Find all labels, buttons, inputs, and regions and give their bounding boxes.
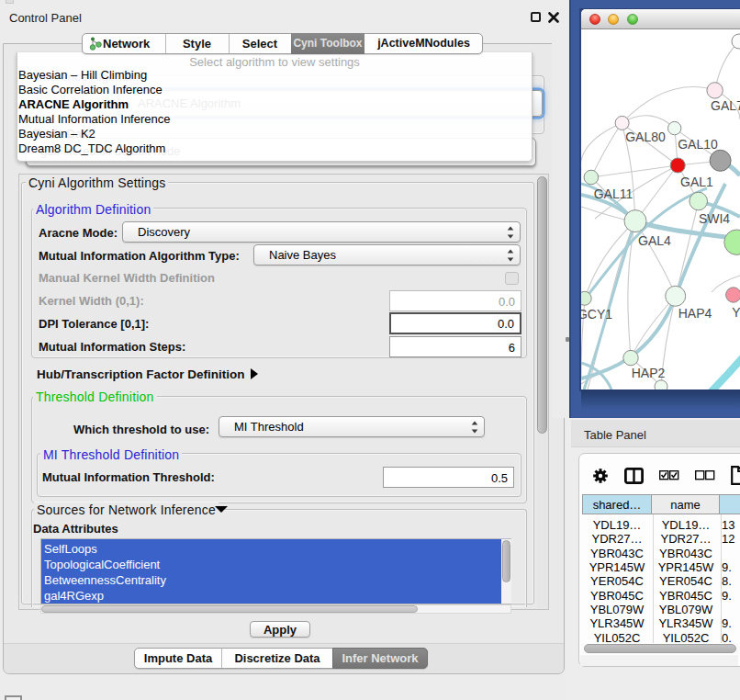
svg-text:GCY1: GCY1 [581, 307, 612, 322]
svg-text:Y: Y [732, 305, 740, 320]
svg-text:HAP4: HAP4 [678, 306, 712, 321]
svg-text:SWI4: SWI4 [699, 211, 730, 226]
svg-text:GAL80: GAL80 [625, 130, 666, 144]
svg-text:GAL7: GAL7 [711, 98, 740, 113]
svg-text:HAP2: HAP2 [632, 366, 666, 380]
svg-text:GAL1: GAL1 [680, 175, 713, 189]
svg-text:GAL4: GAL4 [638, 233, 671, 248]
svg-text:GAL11: GAL11 [594, 186, 633, 201]
svg-text:GAL10: GAL10 [678, 137, 718, 152]
